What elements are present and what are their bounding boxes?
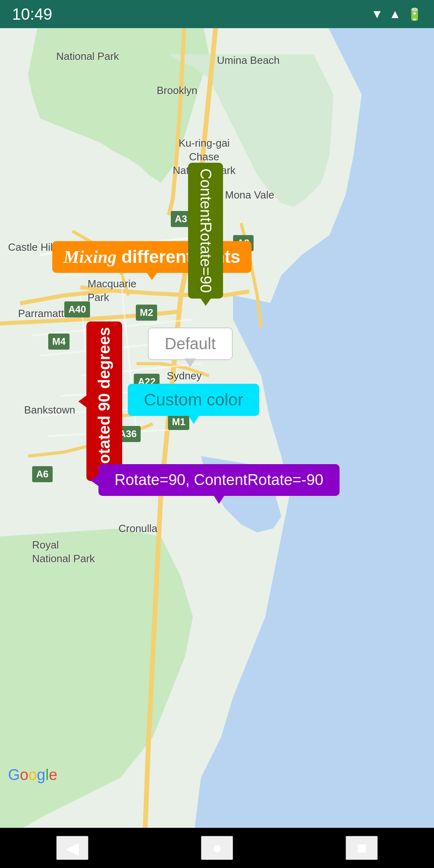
label-mona-vale: Mona Vale — [225, 189, 274, 201]
back-button[interactable]: ◀ — [56, 836, 88, 860]
custom-color-marker[interactable]: Custom color — [128, 384, 259, 416]
google-letter-o1: o — [20, 766, 29, 783]
road-sign-a40: A40 — [64, 301, 90, 317]
label-umina-beach: Umina Beach — [217, 54, 280, 67]
signal-icon: ▲ — [389, 7, 401, 21]
google-letter-o2: o — [29, 766, 37, 783]
road-sign-m4: M4 — [48, 334, 70, 350]
rotated-90-marker[interactable]: Rotated 90 degrees — [86, 321, 122, 483]
road-sign-a6: A6 — [32, 466, 53, 482]
nav-bar: ◀ ● ■ — [0, 828, 434, 868]
map-container[interactable]: National Park Umina Beach Brooklyn Ku-ri… — [0, 28, 434, 828]
status-time: 10:49 — [12, 5, 52, 23]
label-parramatta: Parramatta — [18, 307, 70, 320]
road-sign-m2: M2 — [136, 305, 157, 321]
google-logo: Google — [8, 766, 57, 784]
label-cronulla: Cronulla — [119, 522, 158, 535]
google-letter-g2: g — [37, 766, 45, 783]
label-castle-hill: Castle Hill — [8, 241, 55, 254]
status-bar: 10:49 ▼ ▲ 🔋 — [0, 0, 434, 28]
label-brooklyn: Brooklyn — [157, 84, 197, 97]
mixing-fonts-italic: Mixing — [63, 247, 117, 267]
content-rotate-inner: ContentRotate=90 — [188, 163, 223, 299]
google-letter-e: e — [49, 766, 57, 783]
default-marker[interactable]: Default — [148, 328, 233, 360]
content-rotate-marker[interactable]: ContentRotate=90 — [188, 163, 223, 299]
label-macquarie-park: MacquariePark — [88, 277, 136, 305]
rotate90-contentrotate-neg90-marker[interactable]: Rotate=90, ContentRotate=-90 — [98, 464, 340, 496]
battery-icon: 🔋 — [407, 7, 422, 21]
label-royal-national-park: RoyalNational Park — [32, 538, 95, 566]
home-button[interactable]: ● — [201, 836, 233, 860]
rotated-90-text: Rotated 90 degrees — [86, 321, 122, 481]
google-letter-g: G — [8, 766, 20, 783]
label-sydney: Sydney — [167, 370, 202, 382]
road-sign-m1: M1 — [168, 414, 189, 430]
rotated-90-arrow — [78, 395, 87, 408]
wifi-icon: ▼ — [371, 7, 383, 21]
label-national-park: National Park — [56, 50, 119, 63]
label-bankstown: Bankstown — [24, 404, 75, 416]
recent-apps-button[interactable]: ■ — [346, 836, 378, 860]
status-icons: ▼ ▲ 🔋 — [371, 7, 422, 21]
